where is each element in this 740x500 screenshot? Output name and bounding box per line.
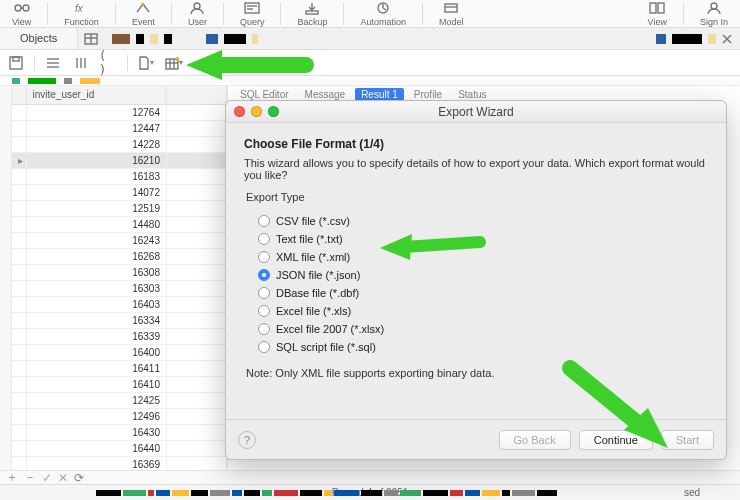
tab-swatches-1 xyxy=(104,28,266,49)
svg-rect-13 xyxy=(445,4,457,12)
ribbon-tool-sign-in[interactable]: Sign In xyxy=(694,1,734,27)
table-row[interactable]: 12519 xyxy=(12,200,227,216)
grid-footer-toolbar: ＋ － ✓ ✕ ⟳ xyxy=(0,470,740,484)
ribbon-tool-event[interactable]: Event xyxy=(126,1,161,27)
table-row[interactable]: 16334 xyxy=(12,312,227,328)
table-row[interactable]: 14228 xyxy=(12,136,227,152)
table-row[interactable]: 14480 xyxy=(12,216,227,232)
table-row[interactable]: 16440 xyxy=(12,440,227,456)
table-row[interactable]: 12447 xyxy=(12,120,227,136)
data-grid[interactable]: invite_user_id 127641244714228▸162101618… xyxy=(12,86,228,484)
save-icon[interactable] xyxy=(6,54,26,72)
table-row[interactable]: 12496 xyxy=(12,408,227,424)
export-type-option[interactable]: XML file (*.xml) xyxy=(258,251,708,263)
ribbon-tool-backup[interactable]: Backup xyxy=(291,1,333,27)
dialog-description: This wizard allows you to specify detail… xyxy=(244,157,708,181)
radio-icon[interactable] xyxy=(258,233,270,245)
export-wizard-dialog: Export Wizard Choose File Format (1/4) T… xyxy=(225,100,727,460)
export-type-option[interactable]: DBase file (*.dbf) xyxy=(258,287,708,299)
radio-icon[interactable] xyxy=(258,323,270,335)
table-row[interactable]: 16308 xyxy=(12,264,227,280)
export-type-option[interactable]: JSON file (*.json) xyxy=(258,269,708,281)
export-type-option[interactable]: CSV file (*.csv) xyxy=(258,215,708,227)
ribbon-tool-user[interactable]: User xyxy=(182,1,213,27)
table-row[interactable]: 16400 xyxy=(12,344,227,360)
help-icon[interactable]: ? xyxy=(238,431,256,449)
table-row[interactable]: ▸16210 xyxy=(12,152,227,168)
minimize-window-icon[interactable] xyxy=(251,106,262,117)
ribbon-tool-model[interactable]: Model xyxy=(433,1,470,27)
window-controls[interactable] xyxy=(234,106,279,117)
table-row[interactable]: 16243 xyxy=(12,232,227,248)
ribbon-tool-automation[interactable]: Automation xyxy=(354,1,412,27)
tab-spacer xyxy=(78,28,104,49)
svg-point-4 xyxy=(142,3,145,6)
dialog-heading: Choose File Format (1/4) xyxy=(244,137,708,151)
start-button[interactable]: Start xyxy=(661,430,714,450)
dialog-title: Export Wizard xyxy=(438,105,513,119)
rows-icon[interactable] xyxy=(43,54,63,72)
column-header[interactable]: invite_user_id xyxy=(26,86,167,104)
cancel-icon[interactable]: ✕ xyxy=(58,471,68,485)
table-row[interactable]: 16403 xyxy=(12,296,227,312)
table-icon xyxy=(84,33,98,45)
svg-line-12 xyxy=(383,8,386,10)
export-type-option[interactable]: Excel file (*.xls) xyxy=(258,305,708,317)
export-type-option[interactable]: Excel file 2007 (*.xlsx) xyxy=(258,323,708,335)
svg-rect-6 xyxy=(245,3,259,13)
tab-bar: Objects xyxy=(0,28,740,50)
ribbon-tool-function[interactable]: fxFunction xyxy=(58,1,105,27)
export-grid-icon[interactable]: ▾ xyxy=(164,54,184,72)
table-row[interactable]: 16303 xyxy=(12,280,227,296)
export-type-label: Export Type xyxy=(244,191,708,203)
columns-icon[interactable] xyxy=(71,54,91,72)
export-type-option[interactable]: SQL script file (*.sql) xyxy=(258,341,708,353)
tab-objects[interactable]: Objects xyxy=(0,28,78,49)
table-row[interactable]: 14072 xyxy=(12,184,227,200)
export-type-option[interactable]: Text file (*.txt) xyxy=(258,233,708,245)
table-row[interactable]: 12764 xyxy=(12,104,227,120)
table-row[interactable]: 16410 xyxy=(12,376,227,392)
refresh-icon[interactable]: ⟳ xyxy=(74,471,84,485)
table-row[interactable]: 16430 xyxy=(12,424,227,440)
table-row[interactable]: 16411 xyxy=(12,360,227,376)
confirm-icon[interactable]: ✓ xyxy=(42,471,52,485)
radio-icon[interactable] xyxy=(258,305,270,317)
radio-icon[interactable] xyxy=(258,287,270,299)
parens-icon[interactable]: ( ) xyxy=(99,54,119,72)
continue-button[interactable]: Continue xyxy=(579,430,653,450)
go-back-button[interactable]: Go Back xyxy=(499,430,571,450)
svg-rect-16 xyxy=(658,3,664,13)
table-row[interactable]: 16339 xyxy=(12,328,227,344)
svg-rect-15 xyxy=(650,3,656,13)
svg-rect-23 xyxy=(10,57,22,69)
ribbon-tool-view[interactable]: View xyxy=(642,1,673,27)
close-icon[interactable] xyxy=(722,34,732,44)
dialog-footer: ? Go Back Continue Start xyxy=(226,419,726,459)
zoom-window-icon[interactable] xyxy=(268,106,279,117)
status-bar: Record 4 of 2951 sed xyxy=(0,484,740,500)
ribbon-tool-query[interactable]: Query xyxy=(234,1,271,27)
status-sed: sed xyxy=(684,487,700,498)
gutter xyxy=(0,86,12,484)
status-stripes xyxy=(96,490,620,496)
table-row[interactable]: 16268 xyxy=(12,248,227,264)
table-row[interactable]: 16183 xyxy=(12,168,227,184)
dialog-note: Note: Only XML file supports exporting b… xyxy=(244,367,708,379)
query-toolbar: ( ) ▾ ▾ xyxy=(0,50,740,76)
radio-icon[interactable] xyxy=(258,341,270,353)
radio-icon[interactable] xyxy=(258,269,270,281)
svg-rect-24 xyxy=(13,57,19,61)
export-type-radios: CSV file (*.csv)Text file (*.txt)XML fil… xyxy=(244,209,708,353)
ribbon-tool-view[interactable]: View xyxy=(6,1,37,27)
radio-icon[interactable] xyxy=(258,251,270,263)
tab-swatches-2 xyxy=(648,28,740,49)
document-icon[interactable]: ▾ xyxy=(136,54,156,72)
svg-point-1 xyxy=(23,5,29,11)
close-window-icon[interactable] xyxy=(234,106,245,117)
radio-icon[interactable] xyxy=(258,215,270,227)
svg-text:fx: fx xyxy=(75,3,84,14)
svg-point-17 xyxy=(711,3,717,9)
table-row[interactable]: 12425 xyxy=(12,392,227,408)
sub-toolbar xyxy=(0,76,740,86)
